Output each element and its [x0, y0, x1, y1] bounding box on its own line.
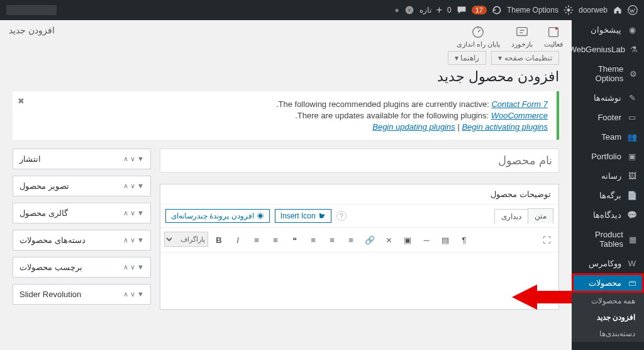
- sidebar-submenu: همه محصولات افزودن جدید دسته‌بندی‌ها: [572, 293, 644, 342]
- update-badge[interactable]: 17: [472, 6, 487, 14]
- refresh-icon[interactable]: [492, 5, 502, 15]
- notice-action-update[interactable]: Begin updating plugins: [372, 122, 455, 132]
- gear-icon[interactable]: [564, 5, 574, 15]
- image-icon[interactable]: ▣: [399, 232, 416, 248]
- sidebar-item-media[interactable]: 🖼رسانه: [572, 166, 644, 186]
- toolbar-toggle-icon[interactable]: ▤: [437, 232, 453, 248]
- sidebar-item-pages[interactable]: 📄برگه‌ها: [572, 186, 644, 205]
- insert-icon-button[interactable]: Insert Icon: [275, 209, 331, 223]
- metabox-toggles[interactable]: ▼ ∨ ∧: [123, 263, 144, 271]
- sidebar-item-label: برگه‌ها: [599, 191, 621, 200]
- yoast-bullet: ●: [394, 6, 399, 14]
- sidebar-item-label: محصولات: [589, 278, 621, 288]
- editor-textarea[interactable]: [160, 252, 558, 309]
- wordpress-icon[interactable]: [628, 5, 638, 15]
- help-icon[interactable]: ?: [336, 211, 347, 221]
- page-title: افزودن محصول جدید: [0, 65, 572, 91]
- footer-icon: ▭: [626, 113, 638, 122]
- readmore-icon[interactable]: ─: [418, 232, 435, 248]
- new-label[interactable]: تازه: [419, 6, 431, 14]
- wizard-tab-label: بازخورد: [511, 40, 533, 48]
- metabox-gallery: ▼ ∨ ∧گالری محصول: [13, 203, 151, 223]
- paragraph-select[interactable]: پاراگراف: [164, 232, 208, 247]
- plus-icon[interactable]: +: [436, 4, 442, 16]
- fullscreen-icon[interactable]: ⛶: [538, 232, 555, 248]
- screen-options-row: تنظیمات صفحه ▾ راهنما ▾: [0, 48, 572, 65]
- product-title-input[interactable]: [160, 149, 559, 172]
- align-center-icon[interactable]: ≡: [324, 232, 340, 248]
- metabox-toggles[interactable]: ▼ ∨ ∧: [123, 155, 144, 163]
- sidebar-item-woocommerce[interactable]: Wووکامرس: [572, 254, 644, 273]
- archive-icon: 🗃: [626, 278, 638, 288]
- list-ol-icon[interactable]: ≡: [267, 232, 284, 248]
- metabox-toggles[interactable]: ▼ ∨ ∧: [123, 236, 144, 244]
- gear-icon: ⚙: [628, 69, 638, 79]
- screen-options-button[interactable]: تنظیمات صفحه ▾: [491, 51, 559, 65]
- tab-text[interactable]: متن: [528, 208, 553, 223]
- sidebar-item-team[interactable]: 👥Team: [572, 127, 644, 147]
- sidebar-item-wgl[interactable]: ⚗WebGeniusLab: [572, 40, 644, 59]
- metabox-toggles[interactable]: ▼ ∨ ∧: [123, 182, 144, 190]
- wizard-tab-finish[interactable]: پایان راه اندازی: [457, 25, 500, 48]
- list-ul-icon[interactable]: ≡: [248, 232, 265, 248]
- woo-icon: W: [626, 259, 638, 268]
- sidebar-item-comments[interactable]: 💬دیدگاه‌ها: [572, 205, 644, 225]
- media-icon: 🖼: [626, 171, 638, 181]
- team-icon: 👥: [626, 132, 638, 142]
- sidebar-item-posts[interactable]: ✎نوشته‌ها: [572, 88, 644, 108]
- sub-add-new[interactable]: افزودن جدید: [572, 309, 644, 325]
- button-label: Insert Icon: [280, 212, 316, 220]
- paragraph-icon[interactable]: ¶: [456, 232, 472, 248]
- sub-categories[interactable]: دسته‌بندی‌ها: [572, 325, 644, 342]
- sidebar-item-product-tables[interactable]: ▦Product Tables: [572, 225, 644, 254]
- sidebar-item-label: نوشته‌ها: [594, 93, 621, 103]
- browser-blur: [6, 5, 57, 15]
- bold-icon[interactable]: B: [211, 232, 227, 248]
- site-name[interactable]: doorweb: [579, 6, 608, 14]
- notice-link-cf7[interactable]: Contact Form 7: [491, 99, 548, 109]
- sidebar-item-dashboard[interactable]: ◉پیشخوان: [572, 20, 644, 40]
- italic-icon[interactable]: I: [230, 232, 246, 248]
- notice-action-activate[interactable]: Begin activating plugins: [462, 122, 548, 132]
- sidebar-item-products[interactable]: 🗃محصولات: [572, 273, 644, 293]
- admin-sidebar: ◉پیشخوان ⚗WebGeniusLab ⚙Theme Options ✎ن…: [572, 20, 644, 350]
- svg-point-11: [258, 214, 262, 218]
- svg-point-1: [567, 9, 570, 12]
- sidebar-item-portfolio[interactable]: ▣Portfolio: [572, 147, 644, 166]
- metabox-title: انتشار: [19, 154, 41, 164]
- sidebar-item-label: Team: [601, 132, 621, 142]
- wizard-tab-activity[interactable]: فعالیت: [544, 25, 563, 48]
- header-row: فعالیت بازخورد پایان راه اندازی افزودن ج…: [0, 20, 572, 48]
- metabox-toggles[interactable]: ▼ ∨ ∧: [123, 209, 144, 217]
- quote-icon[interactable]: ❝: [286, 232, 303, 248]
- sidebar-item-label: Portfolio: [591, 152, 621, 161]
- metabox-image: ▼ ∨ ∧تصویر محصول: [13, 176, 151, 196]
- svg-text:Y: Y: [408, 8, 411, 13]
- comment-icon[interactable]: [457, 5, 467, 15]
- yoast-icon[interactable]: Y: [404, 5, 414, 15]
- wizard-tab-label: پایان راه اندازی: [457, 40, 500, 48]
- metabox-tags: ▼ ∨ ∧برچسب محصولات: [13, 257, 151, 278]
- sub-all-products[interactable]: همه محصولات: [572, 293, 644, 309]
- editor-header: متن دیداری ? Insert Icon افزودن پروندهٔ …: [160, 205, 558, 228]
- align-right-icon[interactable]: ≡: [343, 232, 359, 248]
- comment-icon: 💬: [626, 210, 638, 220]
- sidebar-item-label: دیدگاه‌ها: [593, 210, 621, 220]
- add-media-button[interactable]: افزودن پروندهٔ چندرسانه‌ای: [165, 209, 270, 223]
- align-left-icon[interactable]: ≡: [305, 232, 321, 248]
- sidebar-item-theme-options[interactable]: ⚙Theme Options: [572, 59, 644, 88]
- flask-icon: ⚗: [630, 45, 638, 54]
- link-icon[interactable]: 🔗: [362, 232, 378, 248]
- notice-link-woo[interactable]: WooCommerce: [491, 111, 548, 120]
- tab-visual[interactable]: دیداری: [494, 209, 528, 224]
- close-icon[interactable]: ✖: [18, 96, 25, 106]
- home-icon[interactable]: [613, 5, 623, 15]
- wizard-tab-feedback[interactable]: بازخورد: [511, 25, 533, 48]
- metabox-toggles[interactable]: ▼ ∨ ∧: [123, 290, 144, 298]
- sidebar-item-footer[interactable]: ▭Footer: [572, 108, 644, 127]
- unlink-icon[interactable]: ⨯: [380, 232, 397, 248]
- help-button[interactable]: راهنما ▾: [448, 51, 486, 65]
- theme-options-link[interactable]: Theme Options: [507, 6, 558, 14]
- box-title: توضیحات محصول: [160, 184, 558, 205]
- page-icon: 📄: [626, 191, 638, 200]
